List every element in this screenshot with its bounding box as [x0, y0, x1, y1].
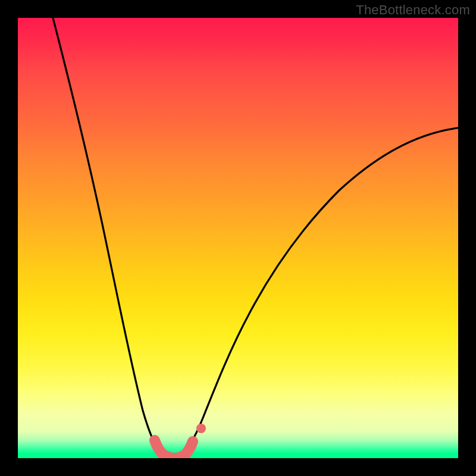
curve-layer	[18, 18, 458, 458]
chart-frame: TheBottleneck.com	[0, 0, 476, 476]
watermark-text: TheBottleneck.com	[356, 2, 470, 18]
plot-area	[18, 18, 458, 458]
bottleneck-curve	[53, 18, 458, 458]
svg-point-0	[196, 424, 206, 433]
highlight-segment	[155, 424, 206, 458]
